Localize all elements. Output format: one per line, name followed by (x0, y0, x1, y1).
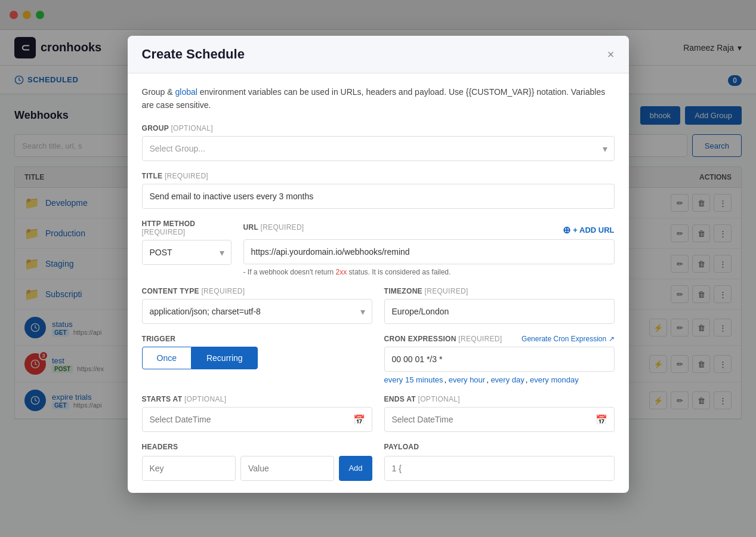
url-label: URL [REQUIRED] (243, 223, 304, 232)
trigger-label: TRIGGER (142, 335, 372, 343)
timezone-label: TIMEZONE [REQUIRED] (384, 287, 615, 295)
cron-input[interactable] (384, 347, 615, 372)
modal-close-button[interactable]: × (607, 48, 615, 60)
ends-at-input[interactable] (384, 407, 615, 432)
create-schedule-modal: Create Schedule × Group & global environ… (128, 36, 629, 493)
content-timezone-row: CONTENT TYPE [REQUIRED] application/json… (142, 287, 615, 324)
cron-monday-link[interactable]: every monday (530, 375, 579, 384)
timezone-group: TIMEZONE [REQUIRED] (384, 287, 615, 324)
http-method-label: HTTP METHOD [REQUIRED] (142, 220, 232, 236)
group-select-wrapper: Select Group... ▾ (142, 136, 615, 161)
cron-hour-link[interactable]: every hour (449, 375, 485, 384)
ends-at-group: ENDS AT [OPTIONAL] 📅 (384, 395, 615, 432)
ends-at-wrapper: 📅 (384, 407, 615, 432)
http-method-select[interactable]: POST GET PUT PATCH DELETE (142, 240, 232, 265)
starts-at-label: STARTS AT [OPTIONAL] (142, 395, 372, 403)
starts-at-group: STARTS AT [OPTIONAL] 📅 (142, 395, 372, 432)
ends-at-label: ENDS AT [OPTIONAL] (384, 395, 615, 403)
payload-group: PAYLOAD (384, 443, 615, 481)
headers-payload-row: HEADERS Add PAYLOAD (142, 443, 615, 481)
trigger-once-button[interactable]: Once (142, 347, 192, 369)
title-input[interactable] (142, 184, 615, 209)
starts-at-wrapper: 📅 (142, 407, 372, 432)
trigger-recurring-button[interactable]: Recurring (192, 347, 258, 369)
cron-group: CRON EXPRESSION [REQUIRED] Generate Cron… (384, 335, 615, 384)
modal-body: Group & global environment variables can… (128, 73, 629, 493)
content-type-group: CONTENT TYPE [REQUIRED] application/json… (142, 287, 372, 324)
cron-day-link[interactable]: every day (490, 375, 524, 384)
payload-input[interactable] (384, 456, 615, 481)
modal-header: Create Schedule × (128, 36, 629, 73)
headers-group: HEADERS Add (142, 443, 372, 481)
modal-overlay[interactable]: Create Schedule × Group & global environ… (0, 0, 756, 537)
payload-label: PAYLOAD (384, 443, 615, 451)
generate-cron-link[interactable]: Generate Cron Expression ↗ (522, 335, 614, 343)
add-header-button[interactable]: Add (339, 456, 372, 481)
group-label: GROUP [OPTIONAL] (142, 124, 615, 132)
title-label: TITLE [REQUIRED] (142, 172, 615, 180)
content-type-label: CONTENT TYPE [REQUIRED] (142, 287, 372, 295)
starts-at-input[interactable] (142, 407, 372, 432)
url-input[interactable] (243, 239, 615, 264)
group-select[interactable]: Select Group... (142, 136, 615, 161)
http-method-wrapper: POST GET PUT PATCH DELETE ▾ (142, 240, 232, 265)
content-type-select[interactable]: application/json; charset=utf-8 (142, 299, 372, 324)
headers-label: HEADERS (142, 443, 372, 451)
global-link[interactable]: global (175, 87, 198, 97)
webhook-note: - If a webhook doesn't return 2xx status… (243, 268, 615, 276)
cron-label-row: CRON EXPRESSION [REQUIRED] Generate Cron… (384, 335, 615, 343)
header-value-input[interactable] (240, 456, 334, 481)
header-key-input[interactable] (142, 456, 236, 481)
trigger-group: TRIGGER Once Recurring (142, 335, 372, 384)
group-field: GROUP [OPTIONAL] Select Group... ▾ (142, 124, 615, 161)
url-label-row: URL [REQUIRED] ⊕ + ADD URL (243, 220, 615, 236)
info-text: Group & global environment variables can… (142, 85, 615, 112)
title-field: TITLE [REQUIRED] (142, 172, 615, 209)
dates-row: STARTS AT [OPTIONAL] 📅 ENDS AT [OPTIONAL… (142, 395, 615, 432)
cron-15min-link[interactable]: every 15 minutes (384, 375, 443, 384)
content-type-wrapper: application/json; charset=utf-8 ▾ (142, 299, 372, 324)
url-method-group: HTTP METHOD [REQUIRED] POST GET PUT PATC… (142, 220, 615, 276)
cron-suggestions: every 15 minutes, every hour, every day,… (384, 375, 615, 384)
trigger-buttons: Once Recurring (142, 347, 372, 369)
trigger-cron-row: TRIGGER Once Recurring CRON EXPRESSION [… (142, 335, 615, 384)
timezone-input[interactable] (384, 299, 615, 324)
modal-title: Create Schedule (142, 47, 245, 62)
add-url-button[interactable]: ⊕ + ADD URL (563, 224, 614, 236)
cron-label: CRON EXPRESSION [REQUIRED] (384, 335, 502, 343)
